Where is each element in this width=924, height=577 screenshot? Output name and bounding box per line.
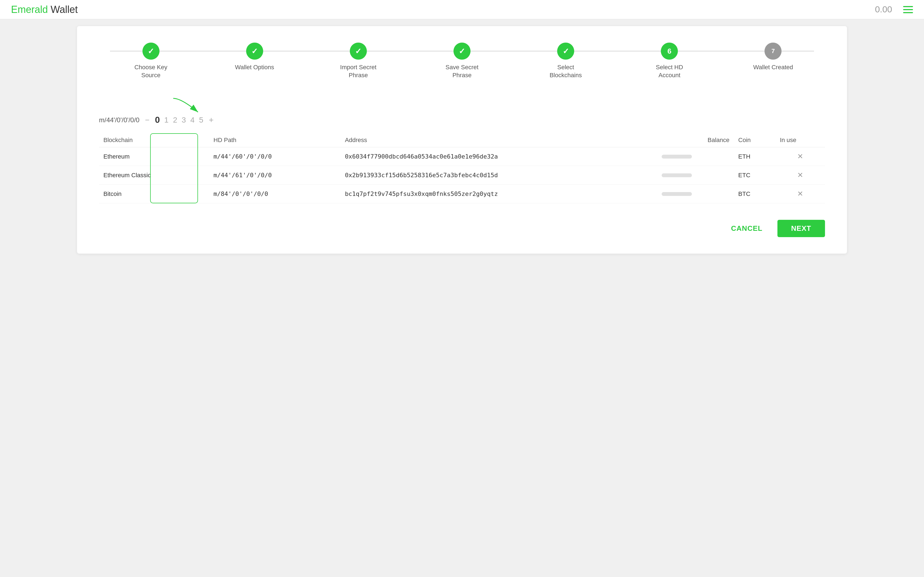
balance-display: 0.00 xyxy=(875,5,892,15)
path-display: m/44'/0'/0'/0/0 xyxy=(99,116,139,124)
path-minus-button[interactable]: − xyxy=(145,116,149,124)
step-label-4: Save Secret Phrase xyxy=(440,63,484,79)
coin-cell: ETC xyxy=(734,166,775,185)
step-circle-4: ✓ xyxy=(454,43,470,60)
step-circle-1: ✓ xyxy=(142,43,160,60)
path-number-5[interactable]: 5 xyxy=(199,116,204,124)
top-navigation: Emerald Wallet 0.00 xyxy=(0,0,924,19)
step-label-2: Wallet Options xyxy=(235,63,274,71)
next-button[interactable]: NEXT xyxy=(777,220,825,237)
hd-path-cell: m/44'/61'/0'/0/0 xyxy=(209,166,341,185)
cancel-button[interactable]: CANCEL xyxy=(723,220,771,237)
step-label-6: Select HD Account xyxy=(647,63,691,79)
step-circle-2: ✓ xyxy=(246,43,263,60)
step-circle-7: 7 xyxy=(764,43,782,60)
col-header-inuse: In use xyxy=(775,133,825,147)
address-cell: bc1q7pf2t9v745pfsu3x0xqm0fnks505zer2g0yq… xyxy=(341,185,657,203)
app-title-normal: Wallet xyxy=(48,4,78,15)
step-wallet-options: ✓ Wallet Options xyxy=(203,43,306,71)
blockchain-cell: Ethereum xyxy=(99,147,209,166)
path-plus-button[interactable]: + xyxy=(209,115,214,125)
step-label-3: Import Secret Phrase xyxy=(336,63,380,79)
step-label-7: Wallet Created xyxy=(753,63,793,71)
path-number-3[interactable]: 3 xyxy=(181,116,186,124)
x-icon[interactable]: ✕ xyxy=(797,152,803,160)
step-circle-3: ✓ xyxy=(350,43,367,60)
step-import-secret-phrase: ✓ Import Secret Phrase xyxy=(306,43,410,79)
step-circle-5: ✓ xyxy=(557,43,574,60)
step-select-hd-account: 6 Select HD Account xyxy=(618,43,721,79)
balance-bar xyxy=(662,192,692,196)
checkmark-icon: ✓ xyxy=(355,47,361,56)
table-header-row: Blockchain HD Path Address Balance Coin … xyxy=(99,133,825,147)
step-circle-6: 6 xyxy=(661,43,678,60)
checkmark-icon: ✓ xyxy=(563,47,569,56)
col-header-balance: Balance xyxy=(657,133,734,147)
path-number-1[interactable]: 1 xyxy=(164,116,169,124)
stepper: ✓ Choose Key Source ✓ Wallet Options ✓ I… xyxy=(99,43,825,79)
table-row: Ethereum m/44'/60'/0'/0/0 0x6034f77900db… xyxy=(99,147,825,166)
path-number-2[interactable]: 2 xyxy=(173,116,178,124)
path-number-4[interactable]: 4 xyxy=(190,116,195,124)
app-title-green: Emerald xyxy=(11,4,48,15)
step-choose-key-source: ✓ Choose Key Source xyxy=(99,43,203,79)
table-row: Bitcoin m/84'/0'/0'/0/0 bc1q7pf2t9v745pf… xyxy=(99,185,825,203)
balance-bar xyxy=(662,155,692,158)
path-number-list: 0 1 2 3 4 5 xyxy=(155,115,204,125)
step-number-7: 7 xyxy=(771,48,775,55)
col-header-blockchain: Blockchain xyxy=(99,133,209,147)
col-header-coin: Coin xyxy=(734,133,775,147)
address-cell: 0x6034f77900dbcd646a0534ac0e61a0e1e96de3… xyxy=(341,147,657,166)
blockchain-cell: Bitcoin xyxy=(99,185,209,203)
arrow-annotation xyxy=(171,96,226,118)
accounts-table: Blockchain HD Path Address Balance Coin … xyxy=(99,133,825,203)
inuse-cell: ✕ xyxy=(775,185,825,203)
inuse-cell: ✕ xyxy=(775,166,825,185)
col-header-hd-path: HD Path xyxy=(209,133,341,147)
balance-cell xyxy=(657,166,734,185)
checkmark-icon: ✓ xyxy=(251,47,258,56)
balance-bar xyxy=(662,173,692,177)
hd-path-cell: m/44'/60'/0'/0/0 xyxy=(209,147,341,166)
path-navigation: m/44'/0'/0'/0/0 − 0 1 2 3 4 5 + xyxy=(99,115,825,125)
menu-icon[interactable] xyxy=(903,6,913,13)
coin-cell: BTC xyxy=(734,185,775,203)
x-icon[interactable]: ✕ xyxy=(797,190,803,198)
address-cell: 0x2b913933cf15d6b5258316e5c7a3bfebc4c0d1… xyxy=(341,166,657,185)
step-wallet-created: 7 Wallet Created xyxy=(721,43,825,71)
inuse-cell: ✕ xyxy=(775,147,825,166)
blockchain-cell: Ethereum Classic xyxy=(99,166,209,185)
checkmark-icon: ✓ xyxy=(459,47,465,56)
step-label-5: Select Blockchains xyxy=(544,63,588,79)
card-footer: CANCEL NEXT xyxy=(99,214,825,237)
step-select-blockchains: ✓ Select Blockchains xyxy=(514,43,618,79)
step-label-1: Choose Key Source xyxy=(129,63,173,79)
step-save-secret-phrase: ✓ Save Secret Phrase xyxy=(410,43,514,79)
app-logo: Emerald Wallet xyxy=(11,4,78,15)
table-row: Ethereum Classic m/44'/61'/0'/0/0 0x2b91… xyxy=(99,166,825,185)
accounts-table-wrapper: Blockchain HD Path Address Balance Coin … xyxy=(99,133,825,203)
step-number-6: 6 xyxy=(667,47,671,55)
path-number-0[interactable]: 0 xyxy=(155,115,160,125)
x-icon[interactable]: ✕ xyxy=(797,171,803,179)
hd-path-cell: m/84'/0'/0'/0/0 xyxy=(209,185,341,203)
nav-right: 0.00 xyxy=(875,5,913,15)
balance-cell xyxy=(657,185,734,203)
balance-cell xyxy=(657,147,734,166)
checkmark-icon: ✓ xyxy=(148,47,154,56)
coin-cell: ETH xyxy=(734,147,775,166)
col-header-address: Address xyxy=(341,133,657,147)
main-card: ✓ Choose Key Source ✓ Wallet Options ✓ I… xyxy=(77,26,847,254)
